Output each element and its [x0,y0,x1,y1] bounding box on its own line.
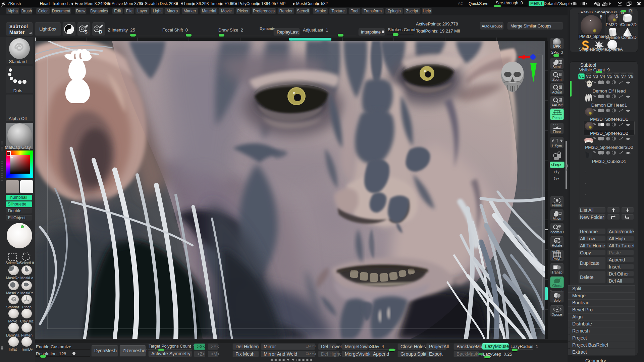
svg-text:S: S [85,29,88,35]
svg-text:D: D [99,29,102,35]
svg-text:x1: x1 [559,86,562,88]
svg-text:✕ Y z: ✕ Y z [553,123,558,125]
svg-text:•ne Fill: •ne Fill [552,250,559,252]
